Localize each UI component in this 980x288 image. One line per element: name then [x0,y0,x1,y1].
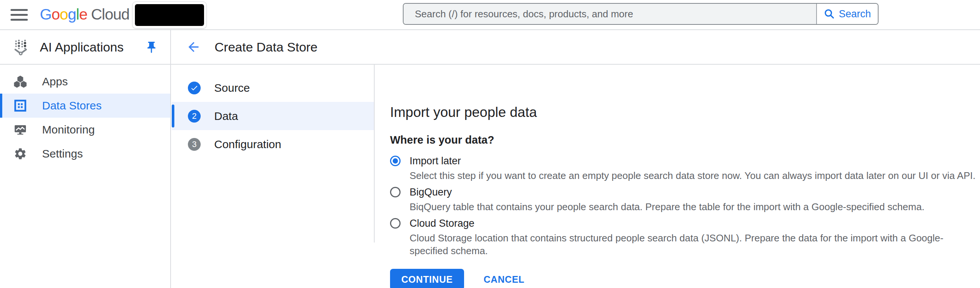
sidebar-item-data-stores[interactable]: Data Stores [0,94,170,118]
option-description: BiqQuery table that contains your people… [410,200,924,213]
sidebar-item-label: Settings [42,147,83,160]
apps-icon [14,75,27,88]
step-number-badge: 3 [188,138,200,151]
top-bar: G o o g l e Cloud Search [0,0,980,30]
sidebar-item-settings[interactable]: Settings [0,142,170,166]
sidebar-item-apps[interactable]: Apps [0,70,170,94]
question-heading: Where is your data? [390,134,980,146]
wizard-actions: CONTINUE CANCEL [390,269,980,288]
sidebar-item-label: Monitoring [42,123,95,136]
gear-icon [14,147,27,161]
option-body: Cloud Storage Cloud Storage location tha… [410,217,980,257]
step-configuration[interactable]: 3 Configuration [172,130,374,158]
section-title: Import your people data [390,105,980,120]
step-completed-check-icon [188,81,200,94]
sidebar: Apps Data Stores Monitoring [0,65,171,288]
option-description: Select this step if you want to create a… [410,169,975,182]
wizard-steps: Source 2 Data 3 Configuration [172,65,374,158]
step-source[interactable]: Source [172,74,374,102]
cancel-button[interactable]: CANCEL [481,274,527,285]
search-input[interactable] [404,4,816,24]
page-title: Create Data Store [215,40,318,54]
option-label[interactable]: Cloud Storage [410,217,980,230]
continue-button[interactable]: CONTINUE [390,269,464,288]
logo-letter: o [60,6,68,23]
global-search: Search [403,3,878,25]
step-label: Data [214,110,238,123]
search-button[interactable]: Search [816,4,878,24]
app-window: G o o g l e Cloud Search [0,0,980,288]
option-import-later: Import later Select this step if you wan… [390,154,980,182]
monitoring-icon [14,123,27,137]
option-label[interactable]: BigQuery [410,186,924,199]
data-stores-icon [14,99,27,112]
logo-letter: l [76,6,79,23]
main-content: Import your people data Where is your da… [375,65,980,288]
step-label: Configuration [214,138,281,151]
search-icon [824,8,835,19]
option-label[interactable]: Import later [410,154,975,167]
option-body: Import later Select this step if you wan… [410,154,975,182]
radio-cloud-storage[interactable] [390,218,401,229]
data-source-options: Import later Select this step if you wan… [390,154,980,257]
radio-import-later[interactable] [390,156,401,166]
radio-dot [393,158,398,164]
project-name-redacted [135,4,204,26]
page-header: Create Data Store [171,30,980,64]
step-number-badge: 2 [188,110,200,123]
logo-letter: g [68,6,76,23]
logo-letter: o [51,6,60,23]
header-row: AI Applications Create Data Store [0,30,980,65]
option-description: Cloud Storage location that contains str… [410,232,980,257]
option-cloud-storage: Cloud Storage Cloud Storage location tha… [390,217,980,257]
radio-bigquery[interactable] [390,187,401,197]
logo-letter: e [79,6,87,23]
sidebar-item-label: Data Stores [42,99,102,112]
sidebar-item-monitoring[interactable]: Monitoring [0,118,170,142]
step-data[interactable]: 2 Data [172,102,374,130]
sidebar-item-label: Apps [42,75,68,88]
back-arrow-icon[interactable] [186,40,201,54]
menu-icon[interactable] [11,9,28,21]
pin-icon[interactable] [145,41,158,54]
option-bigquery: BigQuery BiqQuery table that contains yo… [390,186,980,213]
logo-cloud-text: Cloud [91,6,129,23]
product-header: AI Applications [0,30,171,64]
option-body: BigQuery BiqQuery table that contains yo… [410,186,924,213]
logo-letter: G [40,6,51,23]
product-title: AI Applications [40,40,124,54]
step-label: Source [214,81,250,94]
ai-applications-icon [13,38,30,56]
project-selector[interactable] [132,2,207,29]
search-button-label: Search [839,8,871,20]
google-cloud-logo[interactable]: G o o g l e Cloud [40,6,129,23]
